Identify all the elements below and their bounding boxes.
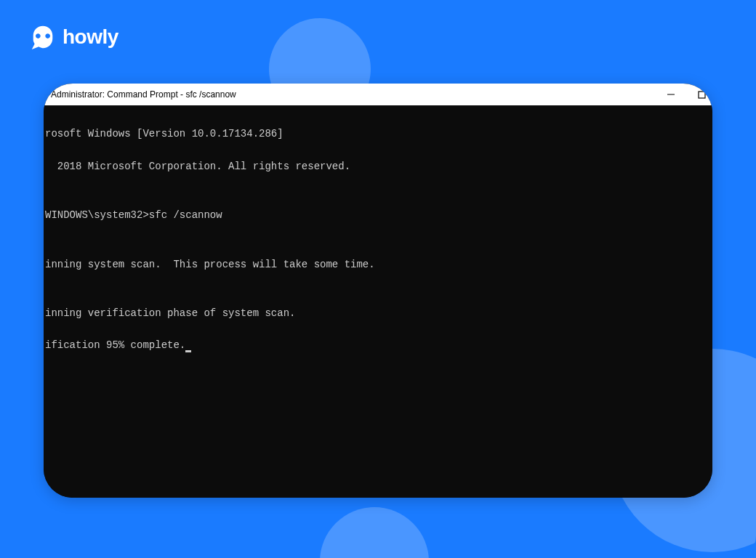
svg-point-0	[36, 35, 39, 38]
terminal-output[interactable]: rosoft Windows [Version 10.0.17134.286] …	[44, 105, 712, 498]
window-title: Administrator: Command Prompt - sfc /sca…	[51, 89, 236, 100]
terminal-line: rosoft Windows [Version 10.0.17134.286]	[45, 126, 711, 142]
terminal-line: 2018 Microsoft Corporation. All rights r…	[45, 158, 711, 174]
window-titlebar: Administrator: Command Prompt - sfc /sca…	[44, 84, 712, 105]
terminal-line: inning verification phase of system scan…	[45, 305, 711, 321]
terminal-line: ification 95% complete.	[45, 339, 185, 351]
maximize-button[interactable]	[696, 89, 707, 100]
command-prompt-window: Administrator: Command Prompt - sfc /sca…	[44, 84, 712, 498]
terminal-line: inning system scan. This process will ta…	[45, 256, 711, 272]
terminal-line: WINDOWS\system32>sfc /scannow	[45, 207, 711, 223]
minimize-button[interactable]	[666, 89, 676, 100]
brand-logo: howly	[29, 23, 118, 51]
svg-rect-3	[699, 92, 705, 98]
decorative-circle	[320, 507, 429, 558]
owl-icon	[29, 23, 57, 51]
terminal-cursor	[185, 350, 191, 352]
brand-name: howly	[63, 25, 118, 49]
window-controls	[666, 84, 707, 105]
svg-point-1	[47, 35, 49, 38]
